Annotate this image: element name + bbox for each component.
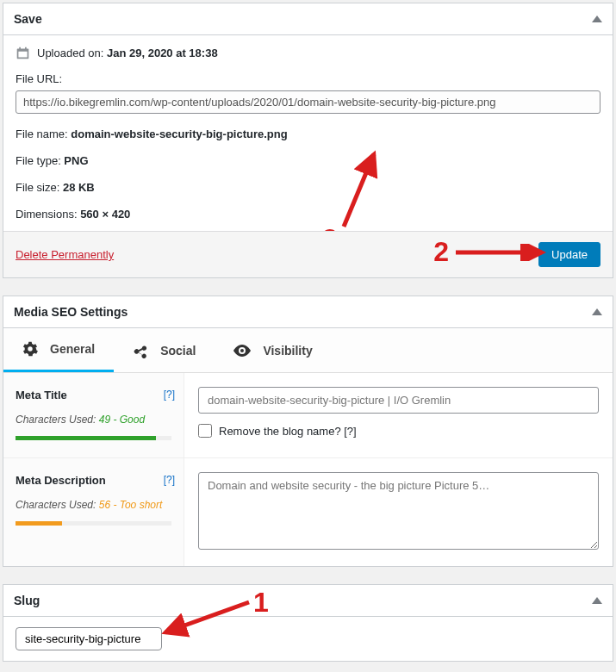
seo-tabs: General Social Visibility: [3, 328, 613, 373]
save-panel: Save Uploaded on: Jan 29, 2020 at 18:38 …: [3, 3, 613, 278]
delete-permanently-link[interactable]: Delete Permanently: [16, 248, 114, 261]
file-url-input[interactable]: [16, 90, 600, 114]
save-panel-header[interactable]: Save: [3, 3, 613, 35]
meta-desc-label: Meta Description: [16, 474, 171, 487]
slug-panel-title: Slug: [14, 594, 40, 607]
annotation-2: 2: [433, 236, 449, 268]
file-size-label: File size:: [16, 181, 63, 194]
dimensions-value: 560 × 420: [80, 208, 130, 221]
collapse-icon[interactable]: [592, 308, 602, 315]
annotation-arrow-2: [456, 244, 551, 261]
uploaded-value: Jan 29, 2020 at 18:38: [107, 47, 218, 59]
gear-icon: [22, 341, 38, 357]
file-size-value: 28 KB: [63, 181, 95, 194]
tab-general[interactable]: General: [3, 328, 114, 372]
seo-panel: Media SEO Settings General Social Visibi…: [3, 296, 613, 567]
tab-general-label: General: [50, 342, 95, 356]
meta-title-input[interactable]: [198, 387, 599, 414]
meta-desc-input[interactable]: [198, 472, 599, 550]
slug-panel-header[interactable]: Slug: [3, 585, 613, 617]
meta-title-bar: [16, 436, 156, 440]
seo-panel-header[interactable]: Media SEO Settings: [3, 296, 613, 328]
meta-title-chars-value: 49 - Good: [99, 414, 145, 426]
meta-title-chars-label: Characters Used:: [16, 414, 99, 426]
file-type-label: File type:: [16, 154, 64, 167]
slug-input[interactable]: [16, 627, 162, 650]
remove-blog-label: Remove the blog name? [?]: [219, 425, 357, 438]
remove-blog-checkbox[interactable]: [198, 424, 212, 438]
meta-desc-chars-value: 56 - Too short: [99, 499, 163, 511]
file-url-label: File URL:: [16, 72, 600, 85]
meta-title-row: Meta Title [?] Characters Used: 49 - Goo…: [3, 373, 613, 458]
slug-panel: Slug 1: [3, 584, 613, 662]
calendar-icon: [16, 46, 30, 60]
save-panel-body: Uploaded on: Jan 29, 2020 at 18:38 File …: [3, 35, 613, 231]
save-panel-title: Save: [14, 12, 42, 26]
help-icon[interactable]: [?]: [164, 474, 175, 486]
seo-panel-title: Media SEO Settings: [14, 305, 128, 319]
share-icon: [133, 343, 148, 358]
meta-desc-row: Meta Description [?] Characters Used: 56…: [3, 458, 613, 566]
dimensions-label: Dimensions:: [16, 208, 80, 221]
file-name-value: domain-website-security-big-picture.png: [71, 128, 287, 140]
meta-title-label: Meta Title: [16, 389, 171, 401]
update-button[interactable]: Update: [538, 242, 600, 267]
annotation-1: 1: [253, 587, 269, 619]
collapse-icon[interactable]: [592, 16, 602, 22]
tab-visibility-label: Visibility: [263, 344, 312, 358]
eye-icon: [233, 343, 251, 358]
remove-blog-row[interactable]: Remove the blog name? [?]: [198, 424, 599, 438]
meta-desc-bar: [16, 521, 62, 526]
save-panel-footer: Delete Permanently Update 2: [3, 231, 613, 277]
meta-desc-chars-label: Characters Used:: [16, 499, 99, 511]
file-name-label: File name:: [16, 128, 71, 140]
tab-social[interactable]: Social: [114, 328, 215, 372]
tab-visibility[interactable]: Visibility: [215, 328, 331, 372]
uploaded-label: Uploaded on:: [37, 47, 103, 59]
help-icon[interactable]: [?]: [164, 389, 175, 401]
tab-social-label: Social: [160, 344, 196, 358]
collapse-icon[interactable]: [592, 597, 602, 604]
file-type-value: PNG: [64, 154, 88, 167]
